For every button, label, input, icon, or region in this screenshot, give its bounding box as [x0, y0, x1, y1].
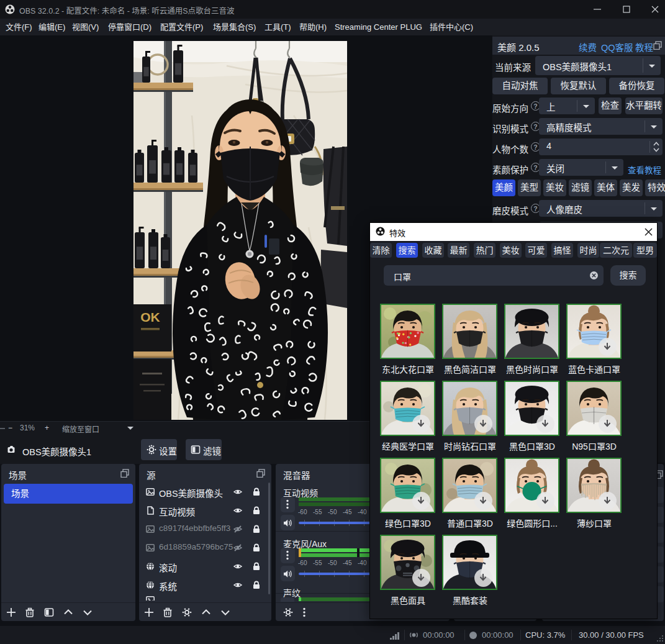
svg-text:OK: OK — [140, 310, 160, 324]
